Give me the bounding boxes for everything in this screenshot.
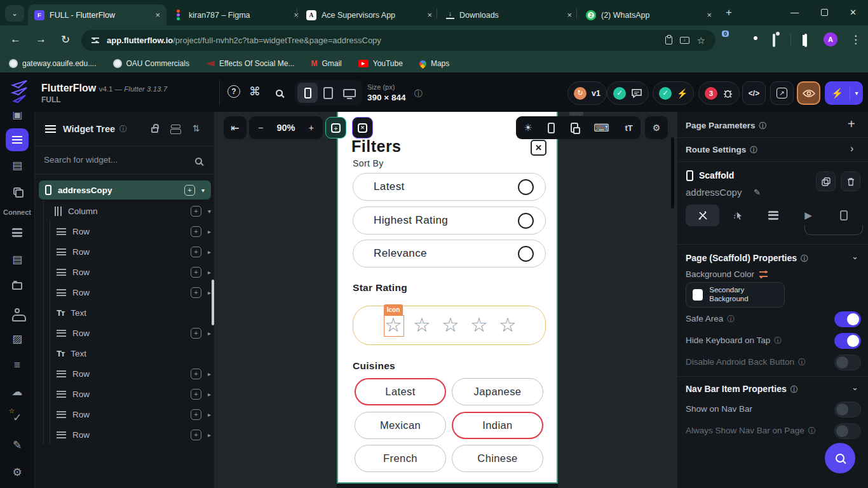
chevron-icon[interactable]: ▸ bbox=[208, 228, 211, 235]
chevron-icon[interactable]: ▸ bbox=[208, 330, 211, 337]
chevron-icon[interactable]: ▾ bbox=[208, 208, 211, 215]
radio-icon[interactable] bbox=[518, 213, 534, 229]
device-frame-icon[interactable] bbox=[548, 123, 555, 133]
sort-option-latest[interactable]: Latest bbox=[353, 173, 546, 201]
layers-icon[interactable] bbox=[171, 125, 180, 128]
zoom-out-button[interactable]: − bbox=[258, 123, 263, 133]
browser-menu-icon[interactable]: ⋮ bbox=[850, 33, 861, 46]
device-tablet-button[interactable] bbox=[318, 83, 339, 103]
close-icon[interactable]: × bbox=[155, 10, 160, 20]
light-mode-icon[interactable]: ☀ bbox=[524, 122, 532, 133]
version-pill[interactable]: ↻ v1 bbox=[567, 81, 607, 105]
tab-flutterflow[interactable]: F FULL - FlutterFlow × bbox=[28, 4, 166, 25]
side-panel-icon[interactable] bbox=[804, 34, 807, 47]
close-icon[interactable]: × bbox=[707, 10, 712, 20]
star-icon[interactable]: ☆ bbox=[470, 315, 488, 336]
tree-node-row[interactable]: Row+▸ bbox=[57, 262, 211, 281]
collapse-section-icon[interactable]: ⌄ bbox=[851, 252, 858, 261]
tree-node-row[interactable]: Row+▸ bbox=[57, 323, 211, 342]
close-icon[interactable]: × bbox=[567, 10, 572, 20]
bookmark-youtube[interactable]: ▶YouTube bbox=[358, 59, 403, 68]
tab-search-button[interactable]: ⌄ bbox=[5, 5, 24, 22]
forward-icon[interactable]: → bbox=[36, 33, 46, 46]
duplicate-widget-button[interactable] bbox=[816, 172, 836, 191]
page-parameters-title[interactable]: Page Parametersⓘ bbox=[686, 121, 767, 132]
canvas-settings-button[interactable]: ⚙ bbox=[645, 116, 668, 139]
device-desktop-button[interactable] bbox=[339, 83, 360, 103]
navbar-properties-title[interactable]: Nav Bar Item Propertiesⓘ bbox=[686, 384, 798, 395]
new-tab-button[interactable]: + bbox=[726, 6, 732, 19]
bookmark-oau-commercials[interactable]: OAU Commercials bbox=[113, 59, 189, 68]
route-settings-title[interactable]: Route Settingsⓘ bbox=[686, 145, 757, 156]
info-icon[interactable]: ⓘ bbox=[759, 121, 767, 130]
route-settings-chevron[interactable]: › bbox=[850, 143, 853, 154]
tree-node-row[interactable]: Row+▸ bbox=[57, 222, 211, 241]
chevron-icon[interactable]: ▸ bbox=[208, 269, 211, 276]
send-to-device-icon[interactable]: ↓ bbox=[680, 37, 689, 44]
info-icon[interactable]: ⓘ bbox=[808, 426, 816, 435]
custom-code-icon[interactable]: ≡ bbox=[10, 358, 25, 373]
theme-binding-icon[interactable] bbox=[759, 271, 768, 278]
add-widget-icon[interactable]: + bbox=[191, 287, 201, 298]
command-menu-icon[interactable]: ⌘ bbox=[249, 85, 261, 98]
cuisine-chip-indian[interactable]: Indian bbox=[452, 412, 543, 439]
tree-node-column[interactable]: Column + ▾ bbox=[55, 201, 211, 220]
show-on-navbar-toggle[interactable] bbox=[834, 402, 861, 417]
info-icon[interactable]: ⓘ bbox=[774, 336, 782, 345]
cuisine-chip-japanese[interactable]: Japanese bbox=[452, 378, 543, 405]
expand-collapse-icon[interactable]: ⇅ bbox=[193, 123, 200, 133]
optimizations-status-pill[interactable]: ✓ ⚡ bbox=[653, 81, 694, 105]
tab-whatsapp[interactable]: 2 (2) WhatsApp × bbox=[580, 4, 718, 25]
canvas-scrollbar[interactable] bbox=[671, 137, 674, 208]
cloud-functions-icon[interactable]: ☁ bbox=[10, 384, 25, 399]
address-bar[interactable]: app.flutterflow.io/project/full-nvhh2c?t… bbox=[81, 30, 715, 51]
star-icon[interactable]: ☆ bbox=[442, 315, 459, 336]
fit-canvas-button[interactable]: + bbox=[325, 117, 346, 139]
checks-icon[interactable]: ✓☆ bbox=[10, 410, 25, 425]
device-phone-button[interactable] bbox=[297, 83, 318, 103]
chevron-icon[interactable]: ▸ bbox=[208, 248, 211, 255]
add-widget-icon[interactable]: + bbox=[191, 389, 201, 400]
add-widget-icon[interactable]: + bbox=[191, 369, 201, 379]
comments-status-pill[interactable]: ✓ bbox=[607, 81, 649, 105]
preview-eye-button[interactable] bbox=[797, 81, 820, 105]
cuisine-chip-mexican[interactable]: Mexican bbox=[355, 412, 446, 439]
close-filters-button[interactable]: ✕ bbox=[531, 140, 546, 156]
tab-ace-supervisors[interactable]: A Ace Supervisors App × bbox=[300, 4, 438, 25]
hide-keyboard-toggle[interactable] bbox=[834, 333, 861, 349]
tree-node-row[interactable]: Row+▸ bbox=[57, 364, 211, 383]
info-icon[interactable]: ⓘ bbox=[727, 315, 735, 323]
collapse-panel-button[interactable]: ⇤ bbox=[224, 116, 247, 139]
tab-figma[interactable]: kiran787 – Figma × bbox=[166, 4, 305, 25]
add-widget-icon[interactable]: + bbox=[191, 328, 201, 339]
close-icon[interactable]: × bbox=[427, 10, 432, 20]
text-scale-icon[interactable]: tT bbox=[625, 123, 632, 133]
add-widget-icon[interactable]: + bbox=[191, 247, 201, 257]
connections-icon[interactable] bbox=[10, 184, 25, 199]
site-settings-icon[interactable] bbox=[92, 37, 99, 44]
tab-downloads[interactable]: ↓ Downloads × bbox=[440, 4, 578, 25]
tree-node-row[interactable]: Row+▸ bbox=[57, 405, 211, 424]
radio-icon[interactable] bbox=[518, 179, 534, 195]
add-widget-icon[interactable]: + bbox=[191, 430, 201, 440]
tab-storyboard[interactable] bbox=[827, 205, 860, 226]
sort-option-relevance[interactable]: Relevance bbox=[353, 240, 546, 268]
add-widget-icon[interactable]: + bbox=[191, 267, 201, 278]
tree-node-addresscopy[interactable]: addressCopy + ▾ bbox=[39, 180, 211, 200]
info-icon[interactable]: ⓘ bbox=[750, 146, 757, 154]
rotate-device-icon[interactable] bbox=[571, 123, 578, 133]
cuisine-chip-french[interactable]: French bbox=[355, 445, 446, 472]
bookmark-maps[interactable]: Maps bbox=[419, 59, 449, 68]
chevron-icon[interactable]: ▸ bbox=[208, 411, 211, 418]
safe-area-toggle[interactable] bbox=[834, 311, 861, 327]
run-dropdown-icon[interactable]: ▾ bbox=[850, 90, 863, 97]
support-chat-button[interactable] bbox=[825, 443, 855, 473]
add-widget-icon[interactable]: + bbox=[184, 185, 195, 196]
chevron-icon[interactable]: ▸ bbox=[208, 289, 211, 296]
info-icon[interactable]: ⓘ bbox=[798, 358, 806, 367]
add-parameter-button[interactable]: + bbox=[848, 117, 855, 132]
info-icon[interactable]: ⓘ bbox=[119, 124, 127, 135]
lock-icon[interactable] bbox=[151, 127, 158, 133]
tab-actions[interactable] bbox=[721, 205, 755, 226]
add-widget-icon[interactable]: + bbox=[191, 226, 201, 237]
